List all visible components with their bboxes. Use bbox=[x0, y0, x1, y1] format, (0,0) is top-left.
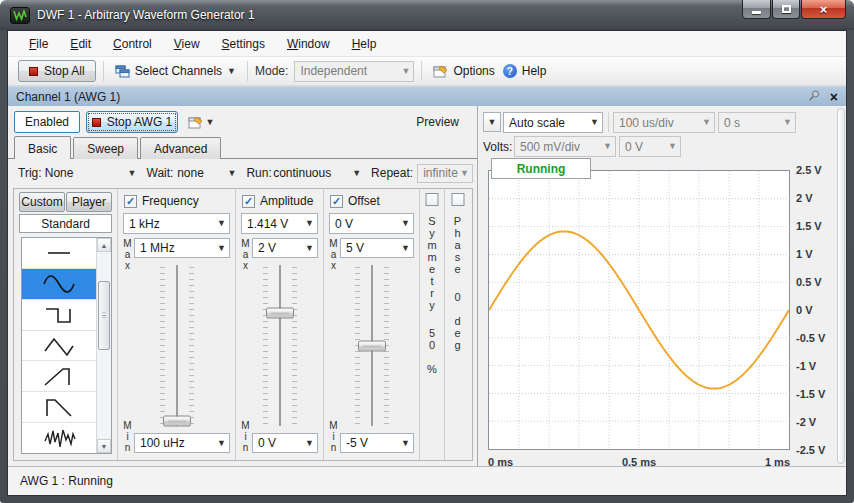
waveform-plot[interactable] bbox=[488, 170, 790, 450]
status-bar: AWG 1 : Running bbox=[8, 466, 846, 495]
amplitude-checkbox[interactable]: ✓ bbox=[242, 195, 255, 208]
mode-select[interactable]: Independent ▼ bbox=[294, 61, 414, 82]
time-div-select[interactable]: 100 us/div▼ bbox=[613, 112, 715, 133]
amplitude-max-combo[interactable]: 2 V▼ bbox=[252, 238, 318, 258]
help-button[interactable]: ? Help bbox=[499, 62, 551, 80]
frequency-slider[interactable] bbox=[118, 265, 235, 426]
stop-all-button[interactable]: Stop All bbox=[18, 60, 96, 82]
channel-options-icon bbox=[188, 116, 203, 129]
waveform-item-triangle[interactable] bbox=[22, 331, 96, 362]
stop-icon bbox=[92, 118, 101, 127]
frequency-column: ✓ Frequency 1 kHz▼ Max 1 MHz▼ bbox=[118, 189, 236, 460]
trig-label: Trig: bbox=[18, 166, 45, 180]
enabled-button[interactable]: Enabled bbox=[14, 111, 80, 133]
phase-checkbox[interactable]: ✓ bbox=[451, 193, 464, 206]
tab-advanced[interactable]: Advanced bbox=[140, 137, 221, 159]
menu-settings[interactable]: Settings bbox=[211, 33, 276, 55]
amplitude-min-combo[interactable]: 0 V▼ bbox=[252, 433, 318, 453]
options-label: Options bbox=[453, 64, 494, 78]
minimize-button[interactable] bbox=[742, 0, 771, 19]
chevron-down-icon: ▼ bbox=[305, 244, 314, 253]
run-select[interactable]: continuous▼ bbox=[273, 166, 361, 180]
mode-value: Independent bbox=[300, 64, 367, 78]
player-button[interactable]: Player bbox=[66, 192, 112, 212]
enabled-label: Enabled bbox=[25, 115, 69, 129]
volts-div-select[interactable]: 500 mV/div▼ bbox=[514, 136, 616, 157]
tab-basic[interactable]: Basic bbox=[14, 136, 71, 159]
offset-slider[interactable] bbox=[324, 265, 419, 426]
standard-group-header[interactable]: Standard bbox=[19, 214, 112, 233]
phase-value: 0 deg bbox=[452, 291, 464, 351]
wait-select[interactable]: none▼ bbox=[177, 166, 236, 180]
volts-offset-select[interactable]: 0 V▼ bbox=[619, 136, 681, 157]
amplitude-column: ✓ Amplitude 1.414 V▼ Max 2 V▼ bbox=[236, 189, 324, 460]
chevron-down-icon: ▼ bbox=[401, 219, 410, 228]
repeat-label: Repeat: bbox=[371, 166, 413, 180]
menu-control[interactable]: Control bbox=[102, 33, 163, 55]
waveform-item-ramp-down[interactable] bbox=[22, 392, 96, 423]
wait-label: Wait: bbox=[147, 166, 178, 180]
stop-awg-label: Stop AWG 1 bbox=[107, 115, 173, 129]
amplitude-value-combo[interactable]: 1.414 V▼ bbox=[241, 213, 318, 234]
chevron-down-icon: ▼ bbox=[352, 169, 361, 178]
pin-icon[interactable] bbox=[809, 90, 820, 104]
chevron-down-icon: ▼ bbox=[668, 142, 677, 151]
close-button[interactable]: × bbox=[801, 0, 846, 19]
title-bar[interactable]: DWF 1 - Arbitrary Waveform Generator 1 × bbox=[0, 0, 854, 30]
phase-label: Phase bbox=[452, 215, 464, 275]
frequency-min-combo[interactable]: 100 uHz▼ bbox=[134, 433, 230, 453]
main-toolbar: Stop All Select Channels ▼ Mode: Indepen… bbox=[8, 57, 846, 86]
chevron-down-icon: ▼ bbox=[488, 118, 497, 127]
offset-slider-handle[interactable] bbox=[358, 340, 386, 351]
amplitude-slider[interactable] bbox=[236, 265, 323, 426]
amplitude-slider-handle[interactable] bbox=[266, 308, 294, 319]
frequency-value-combo[interactable]: 1 kHz▼ bbox=[123, 213, 230, 234]
offset-checkbox[interactable]: ✓ bbox=[330, 195, 343, 208]
sine-waveform-icon bbox=[39, 271, 79, 297]
scroll-up-icon[interactable]: ▲ bbox=[97, 238, 111, 252]
repeat-select[interactable]: infinite▼ bbox=[417, 164, 473, 183]
basic-settings-group: Custom Player Standard bbox=[13, 188, 473, 461]
scroll-down-icon[interactable]: ▼ bbox=[97, 439, 111, 453]
waveform-list-scrollbar[interactable]: ▲ ▼ bbox=[96, 238, 111, 453]
frequency-checkbox[interactable]: ✓ bbox=[124, 195, 137, 208]
vertical-scrollbar[interactable] bbox=[837, 108, 845, 464]
waveform-item-dc[interactable] bbox=[22, 238, 96, 269]
offset-value-combo[interactable]: 0 V▼ bbox=[329, 213, 414, 234]
scrollbar-thumb[interactable] bbox=[98, 281, 110, 350]
time-offset-select[interactable]: 0 s▼ bbox=[718, 112, 796, 133]
chevron-down-icon: ▼ bbox=[305, 219, 314, 228]
waveform-item-noise[interactable] bbox=[22, 423, 96, 453]
select-channels-button[interactable]: Select Channels ▼ bbox=[111, 62, 240, 80]
menu-help[interactable]: Help bbox=[341, 33, 388, 55]
trig-select[interactable]: None▼ bbox=[45, 166, 137, 180]
menu-edit[interactable]: Edit bbox=[59, 33, 102, 55]
waveform-item-square[interactable] bbox=[22, 300, 96, 331]
window-title: DWF 1 - Arbitrary Waveform Generator 1 bbox=[37, 8, 255, 22]
menu-window[interactable]: Window bbox=[276, 33, 341, 55]
tab-sweep[interactable]: Sweep bbox=[73, 137, 138, 159]
maximize-button[interactable] bbox=[772, 0, 800, 19]
channel-close-icon[interactable]: × bbox=[830, 90, 838, 104]
frequency-max-combo[interactable]: 1 MHz▼ bbox=[134, 238, 230, 258]
offset-min-combo[interactable]: -5 V▼ bbox=[340, 433, 414, 453]
volts-label: Volts: bbox=[483, 140, 512, 154]
menu-view[interactable]: View bbox=[163, 33, 211, 55]
plot-menu-button[interactable]: ▼ bbox=[483, 112, 501, 132]
options-button[interactable]: Options bbox=[429, 62, 498, 80]
autoscale-select[interactable]: Auto scale▼ bbox=[503, 112, 603, 133]
symmetry-column: ✓ Symmetry 50 % bbox=[420, 189, 445, 460]
menu-file[interactable]: File bbox=[18, 33, 59, 55]
waveform-item-ramp-up[interactable] bbox=[22, 361, 96, 392]
channel-options-button[interactable]: ▼ bbox=[184, 111, 218, 133]
stop-awg-button[interactable]: Stop AWG 1 bbox=[86, 111, 178, 133]
separator bbox=[608, 112, 609, 132]
waveform-item-sine[interactable] bbox=[22, 269, 96, 300]
preview-label: Preview bbox=[416, 115, 459, 129]
stop-all-label: Stop All bbox=[44, 64, 85, 78]
preview-panel: ▼ Auto scale▼ 100 us/div▼ 0 s▼ Volts: 50… bbox=[478, 106, 846, 466]
custom-button[interactable]: Custom bbox=[19, 192, 65, 212]
chevron-down-icon: ▼ bbox=[128, 169, 137, 178]
symmetry-checkbox[interactable]: ✓ bbox=[426, 193, 439, 206]
offset-max-combo[interactable]: 5 V▼ bbox=[340, 238, 414, 258]
